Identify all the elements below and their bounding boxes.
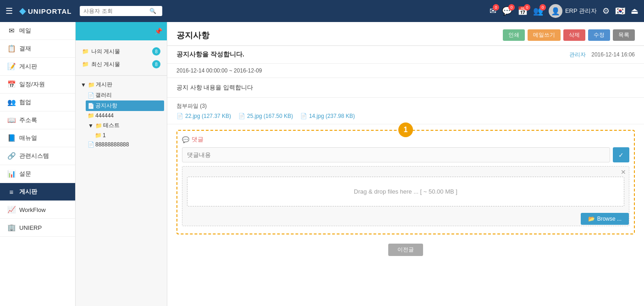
- tree-item-test[interactable]: ▼ 📁 테스트: [86, 120, 164, 131]
- article-author-date: 관리자 2016-12-14 16:06: [569, 51, 635, 59]
- mail-nav-icon[interactable]: ✉ 0: [490, 6, 496, 16]
- chat-nav-icon[interactable]: 💬 0: [502, 6, 512, 16]
- sidebar-item-approval[interactable]: 📋 결재: [0, 40, 75, 58]
- settings-icon[interactable]: ⚙: [602, 6, 610, 16]
- search-box: 🔍: [80, 6, 162, 16]
- browse-icon: 📂: [588, 216, 595, 222]
- file-drop-inner[interactable]: Drag & drop files here ... [ ~ 50.00 MB …: [187, 177, 624, 206]
- tree-label-1: 1: [103, 132, 106, 139]
- tree-label-88888: 88888888888: [95, 141, 129, 148]
- sidebar-item-collab[interactable]: 👥 협업: [0, 94, 75, 111]
- folder-shortcuts: 📁 나의 게시물 8 📁 최신 게시물 8: [76, 40, 167, 76]
- sidebar-item-contacts[interactable]: 📖 주소록: [0, 111, 75, 129]
- prev-article-button[interactable]: 이전글: [388, 244, 423, 256]
- tree-item-1[interactable]: 📁 1: [93, 131, 164, 140]
- list-button[interactable]: 목록: [613, 29, 635, 41]
- drop-zone-label: Drag & drop files here ... [ ~ 50.00 MB …: [354, 188, 457, 195]
- sidebar-item-survey[interactable]: 📊 설문: [0, 165, 75, 183]
- tree-label-notice: 공지사항: [95, 102, 117, 110]
- sidebar-item-board[interactable]: 📝 게시판: [0, 58, 75, 76]
- avatar: 👤: [549, 4, 562, 18]
- collab-icon: 👥: [7, 98, 16, 106]
- sidebar-label-related: 관련시스템: [19, 152, 49, 160]
- my-posts-label: 나의 게시물: [91, 48, 120, 56]
- sidebar-label-board2: 게시판: [19, 188, 37, 196]
- flag-icon[interactable]: 🇰🇷: [615, 6, 625, 16]
- file-1[interactable]: 📄 22.jpg (127.37 KB): [176, 113, 231, 119]
- folder-panel-header: 📌: [76, 22, 167, 40]
- my-posts-shortcut[interactable]: 📁 나의 게시물 8: [80, 45, 162, 58]
- sidebar-item-unierp[interactable]: 🏢 UNIERP: [0, 219, 75, 237]
- sidebar-item-board2[interactable]: ≡ 게시판: [0, 183, 75, 201]
- sidebar-item-related[interactable]: 🔗 관련시스템: [0, 147, 75, 165]
- file-2[interactable]: 📄 25.jpg (167.50 KB): [238, 113, 293, 119]
- file-drop-area: ✕ Drag & drop files here ... [ ~ 50.00 M…: [182, 166, 629, 226]
- tree-file-88-icon: 📄: [88, 141, 94, 148]
- tree-folder-1-icon: 📁: [95, 132, 101, 139]
- browse-button[interactable]: 📂 Browse ...: [581, 213, 629, 225]
- tree-item-gallery[interactable]: 📄 갤러리: [86, 90, 164, 100]
- sidebar-label-manual: 매뉴얼: [19, 134, 37, 142]
- chat-badge: 0: [508, 4, 515, 11]
- sidebar-item-mail[interactable]: ✉ 메일: [0, 22, 75, 40]
- tree-label-board: 게시판: [96, 81, 112, 89]
- comment-label: 댓글: [192, 135, 204, 144]
- article-period-text: 2016-12-14 00:00:00 ~ 2016-12-09: [176, 67, 262, 74]
- tree-folder-test-icon: 📁: [95, 122, 102, 129]
- search-icon[interactable]: 🔍: [149, 8, 156, 14]
- article-author: 관리자: [569, 51, 586, 59]
- calendar-badge: 0: [524, 4, 530, 11]
- tree-expand-icon: ▼: [88, 122, 94, 129]
- tree-item-88888[interactable]: 📄 88888888888: [86, 140, 164, 149]
- comment-submit-button[interactable]: ✓: [613, 147, 629, 162]
- comment-input[interactable]: [182, 147, 610, 162]
- latest-posts-shortcut[interactable]: 📁 최신 게시물 8: [80, 58, 162, 71]
- sidebar-label-approval: 결재: [19, 45, 31, 53]
- tree-item-board[interactable]: ▼ 📁 게시판: [78, 79, 164, 90]
- user-info: 👤 ERP 관리자: [549, 4, 597, 18]
- file-3[interactable]: 📄 14.jpg (237.98 KB): [300, 113, 355, 119]
- sidebar-label-unierp: UNIERP: [19, 224, 42, 231]
- unierp-icon: 🏢: [7, 223, 16, 232]
- edit-button[interactable]: 수정: [588, 29, 610, 41]
- calendar-nav-icon[interactable]: 📅 0: [517, 6, 528, 16]
- group-badge: 0: [539, 4, 546, 11]
- board2-icon: ≡: [7, 188, 16, 196]
- file-icon-1: 📄: [176, 113, 183, 119]
- tree-label-gallery: 갤러리: [95, 91, 112, 99]
- file-drop-close-button[interactable]: ✕: [621, 168, 626, 176]
- logo: ◆ UNIPORTAL: [19, 6, 72, 16]
- sidebar-item-workflow[interactable]: 📈 WorkFlow: [0, 201, 75, 219]
- article-attachments: 첨부파일 (3) 📄 22.jpg (127.37 KB) 📄 25.jpg (…: [167, 98, 644, 124]
- schedule-icon: 📅: [7, 80, 16, 89]
- hamburger-icon[interactable]: ☰: [6, 6, 13, 16]
- file-browse-row: 📂 Browse ...: [182, 211, 629, 226]
- sidebar-item-schedule[interactable]: 📅 일정/자원: [0, 76, 75, 94]
- tree-item-444444[interactable]: 📁 444444: [86, 111, 164, 120]
- pin-icon[interactable]: 📌: [154, 28, 162, 35]
- sidebar-label-workflow: WorkFlow: [19, 206, 46, 213]
- latest-posts-badge: 8: [152, 60, 160, 68]
- attach-files: 📄 22.jpg (127.37 KB) 📄 25.jpg (167.50 KB…: [176, 113, 635, 119]
- main-content: 공지사항 인쇄 메일쓰기 삭제 수정 목록 공지사항을 작성합니다. 관리자 2…: [167, 22, 644, 306]
- sidebar-label-collab: 협업: [19, 98, 31, 106]
- comment-number: 1: [398, 122, 413, 137]
- article-body: 공지 사항 내용을 입력합니다: [167, 78, 644, 98]
- delete-button[interactable]: 삭제: [563, 29, 585, 41]
- survey-icon: 📊: [7, 170, 16, 178]
- tree-file-icon: 📄: [88, 92, 94, 99]
- print-button[interactable]: 인쇄: [503, 29, 525, 41]
- logout-icon[interactable]: ⏏: [631, 6, 638, 16]
- tree-file-selected-icon: 📄: [88, 103, 94, 109]
- my-posts-badge: 8: [152, 47, 160, 56]
- user-name: ERP 관리자: [565, 7, 597, 15]
- mail-badge: 0: [493, 4, 499, 11]
- mail-button[interactable]: 메일쓰기: [528, 29, 561, 41]
- sidebar-item-manual[interactable]: 📘 매뉴얼: [0, 129, 75, 147]
- tree-item-notice[interactable]: 📄 공지사항: [86, 100, 164, 111]
- file-name-3: 14.jpg (237.98 KB): [309, 113, 355, 119]
- article-actions: 인쇄 메일쓰기 삭제 수정 목록: [503, 29, 635, 41]
- article-period: 2016-12-14 00:00:00 ~ 2016-12-09: [167, 64, 644, 78]
- group-nav-icon[interactable]: 👥 0: [533, 6, 543, 16]
- search-input[interactable]: [83, 8, 148, 14]
